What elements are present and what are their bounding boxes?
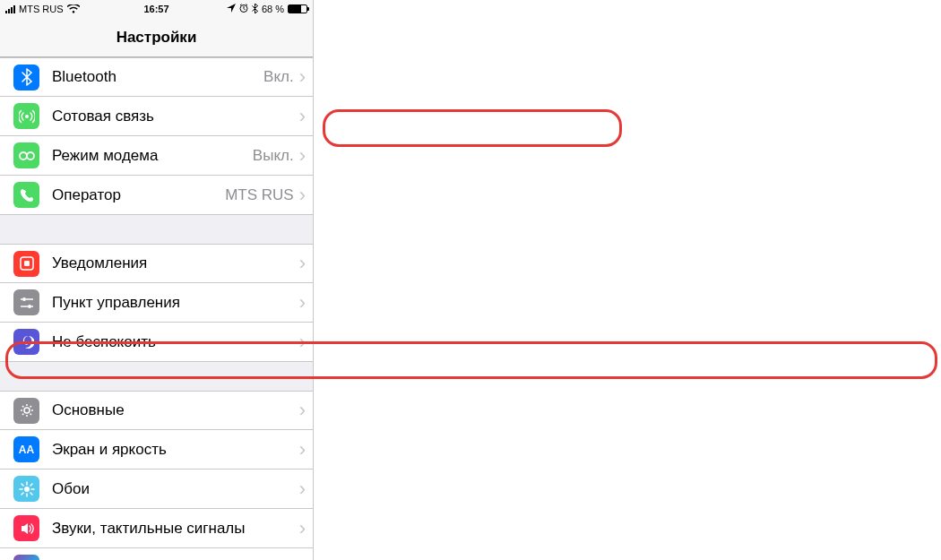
cell-label: Bluetooth [52,68,263,86]
page-title: Настройки [117,29,197,47]
alarm-icon [239,4,248,14]
row-bluetooth[interactable]: Bluetooth Вкл. › [0,57,313,97]
battery-icon [288,4,307,13]
bluetooth-icon [252,4,258,15]
wallpaper-icon [13,476,39,502]
svg-point-1 [25,115,29,118]
operator-icon [13,182,39,208]
notifications-icon [13,251,39,277]
row-cellular[interactable]: Сотовая связь › [0,97,313,136]
signal-bars-icon [5,5,15,13]
chevron-right-icon: › [299,479,306,499]
general-icon [13,398,39,424]
row-notifications[interactable]: Уведомления › [0,244,313,283]
status-bar: MTS RUS 16:57 68 % [0,0,313,18]
chevron-right-icon: › [299,185,306,205]
svg-point-6 [22,297,26,301]
location-icon [227,4,236,14]
cellular-icon [13,103,39,129]
cell-label: Не беспокоить [52,333,299,351]
cell-label: Звуки, тактильные сигналы [52,520,299,538]
cell-label: Сотовая связь [52,108,299,125]
row-siri[interactable]: Siri и Поиск › [0,548,313,560]
carrier-label: MTS RUS [19,4,64,14]
dnd-icon [13,329,39,355]
cell-value: Вкл. [263,68,294,86]
bluetooth-app-icon [13,65,39,90]
cell-label: Обои [52,480,299,498]
row-control-center[interactable]: Пункт управления › [0,283,313,323]
svg-point-3 [27,152,34,159]
chevron-right-icon: › [299,440,306,460]
cell-label: Экран и яркость [52,441,299,459]
cell-label: Основные [52,401,299,419]
svg-point-8 [24,408,30,413]
row-dnd[interactable]: Не беспокоить › [0,323,313,362]
chevron-right-icon: › [299,107,306,126]
highlight-software-update [323,109,622,147]
battery-pct: 68 % [262,4,284,14]
sounds-icon [13,515,39,541]
chevron-right-icon: › [299,146,306,166]
chevron-right-icon: › [299,254,306,273]
row-general[interactable]: Основные › [0,391,313,430]
cell-label: Оператор [52,186,225,204]
settings-list[interactable]: Bluetooth Вкл. › Сотовая связь › Режим м… [0,57,313,560]
cell-label: Режим модема [52,147,253,165]
chevron-right-icon: › [299,332,306,352]
hotspot-icon [13,142,39,168]
row-sounds[interactable]: Звуки, тактильные сигналы › [0,509,313,548]
row-hotspot[interactable]: Режим модема Выкл. › [0,136,313,176]
cell-label: Уведомления [52,254,299,272]
chevron-right-icon: › [299,67,306,87]
row-wallpaper[interactable]: Обои › [0,470,313,509]
svg-point-9 [24,487,30,492]
svg-point-7 [28,305,31,308]
root: MTS RUS 16:57 68 % Настройки [0,0,941,560]
display-icon: AA [13,436,39,462]
cell-value: Выкл. [253,147,294,165]
cell-label: Пункт управления [52,294,299,312]
chevron-right-icon: › [299,293,306,313]
wifi-icon [67,3,80,16]
pane-settings: MTS RUS 16:57 68 % Настройки [0,0,314,560]
row-operator[interactable]: Оператор MTS RUS › [0,176,313,215]
nav-header: Настройки [0,18,313,57]
svg-rect-5 [24,261,30,266]
row-display[interactable]: AA Экран и яркость › [0,430,313,470]
control-center-icon [13,289,39,315]
svg-point-2 [20,152,27,159]
status-time: 16:57 [143,4,168,14]
chevron-right-icon: › [299,519,306,538]
chevron-right-icon: › [299,401,306,420]
cell-value: MTS RUS [225,186,294,204]
